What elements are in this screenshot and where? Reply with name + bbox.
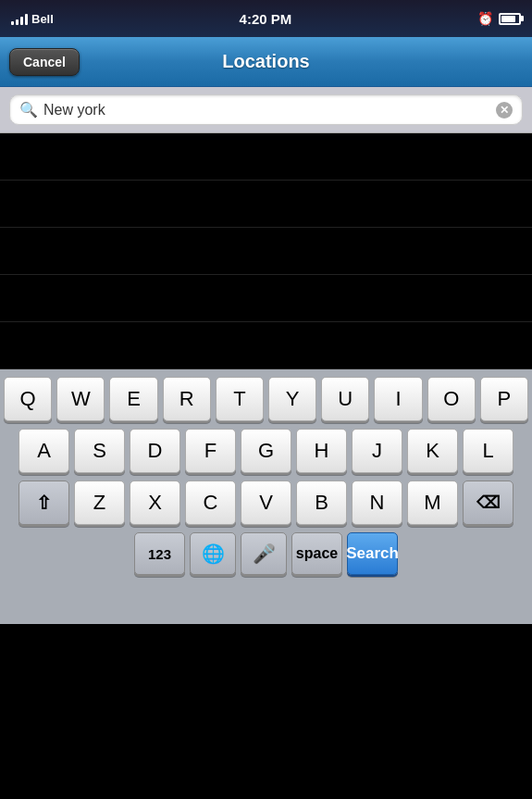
alarm-icon: ⏰: [477, 11, 493, 26]
backspace-button[interactable]: ⌫: [463, 481, 513, 525]
nav-bar: Cancel Locations: [0, 37, 532, 87]
key-m[interactable]: M: [407, 481, 458, 525]
page-title: Locations: [222, 51, 309, 72]
battery-icon: [499, 13, 521, 25]
list-item: [0, 133, 532, 181]
key-t[interactable]: T: [216, 377, 264, 421]
list-item: [0, 275, 532, 322]
key-r[interactable]: R: [163, 377, 211, 421]
key-u[interactable]: U: [321, 377, 369, 421]
status-bar: Bell 4:20 PM ⏰: [0, 0, 532, 37]
key-n[interactable]: N: [352, 481, 402, 525]
key-f[interactable]: F: [185, 429, 236, 473]
cancel-button[interactable]: Cancel: [9, 48, 80, 76]
carrier-label: Bell: [31, 12, 54, 26]
key-o[interactable]: O: [427, 377, 476, 421]
list-item: [0, 228, 532, 275]
search-bar-container: 🔍 New york ✕: [0, 87, 532, 133]
list-item: [0, 181, 532, 228]
status-right: ⏰: [477, 11, 521, 26]
microphone-button[interactable]: 🎤: [241, 532, 287, 575]
key-z[interactable]: Z: [74, 481, 125, 525]
keyboard-bottom-row: 123 🌐 🎤 space Search: [4, 532, 528, 575]
key-e[interactable]: E: [109, 377, 157, 421]
search-box[interactable]: 🔍 New york ✕: [9, 94, 523, 125]
results-list: [0, 133, 532, 369]
clear-button[interactable]: ✕: [496, 102, 513, 119]
key-y[interactable]: Y: [268, 377, 316, 421]
numbers-button[interactable]: 123: [134, 532, 185, 575]
search-icon: 🔍: [19, 101, 38, 119]
key-s[interactable]: S: [74, 429, 125, 473]
key-j[interactable]: J: [352, 429, 402, 473]
list-item: [0, 322, 532, 369]
keyboard-row-3: ⇧ Z X C V B N M ⌫: [4, 481, 528, 525]
status-left: Bell: [11, 12, 54, 26]
key-p[interactable]: P: [480, 377, 528, 421]
shift-button[interactable]: ⇧: [19, 481, 69, 525]
key-w[interactable]: W: [56, 377, 105, 421]
key-b[interactable]: B: [296, 481, 347, 525]
search-input[interactable]: New york: [43, 102, 490, 119]
key-g[interactable]: G: [241, 429, 291, 473]
keyboard: Q W E R T Y U I O P A S D F G H J K L ⇧ …: [0, 369, 532, 624]
globe-button[interactable]: 🌐: [190, 532, 236, 575]
key-x[interactable]: X: [130, 481, 180, 525]
key-q[interactable]: Q: [4, 377, 52, 421]
key-i[interactable]: I: [374, 377, 422, 421]
status-time: 4:20 PM: [240, 11, 292, 27]
space-button[interactable]: space: [291, 532, 342, 575]
key-v[interactable]: V: [241, 481, 291, 525]
key-k[interactable]: K: [407, 429, 458, 473]
key-c[interactable]: C: [185, 481, 236, 525]
signal-bars-icon: [11, 12, 28, 25]
key-d[interactable]: D: [130, 429, 180, 473]
key-h[interactable]: H: [296, 429, 347, 473]
keyboard-row-2: A S D F G H J K L: [4, 429, 528, 473]
keyboard-row-1: Q W E R T Y U I O P: [4, 377, 528, 421]
key-a[interactable]: A: [19, 429, 69, 473]
key-l[interactable]: L: [463, 429, 513, 473]
search-button[interactable]: Search: [347, 532, 398, 575]
